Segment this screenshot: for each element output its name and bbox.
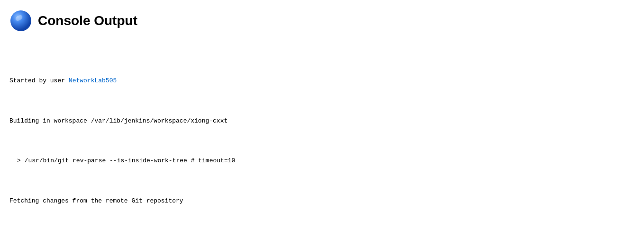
console-line-3: > /usr/bin/git rev-parse --is-inside-wor… xyxy=(9,156,635,166)
user-link[interactable]: NetworkLab505 xyxy=(69,77,117,84)
console-output-area: Started by user NetworkLab505 Building i… xyxy=(9,46,635,238)
console-line-2: Building in workspace /var/lib/jenkins/w… xyxy=(9,116,635,126)
page-title: Console Output xyxy=(38,13,137,28)
console-text: Started by user xyxy=(9,77,69,84)
svg-point-0 xyxy=(10,10,31,31)
page-header: Console Output xyxy=(9,5,635,37)
console-line-5: > /usr/bin/git config remote.origin.url … xyxy=(9,236,635,238)
console-line-1: Started by user NetworkLab505 xyxy=(9,76,635,86)
console-line-4: Fetching changes from the remote Git rep… xyxy=(9,196,635,206)
console-output-icon xyxy=(9,9,32,32)
gt-symbol: > xyxy=(17,157,25,164)
